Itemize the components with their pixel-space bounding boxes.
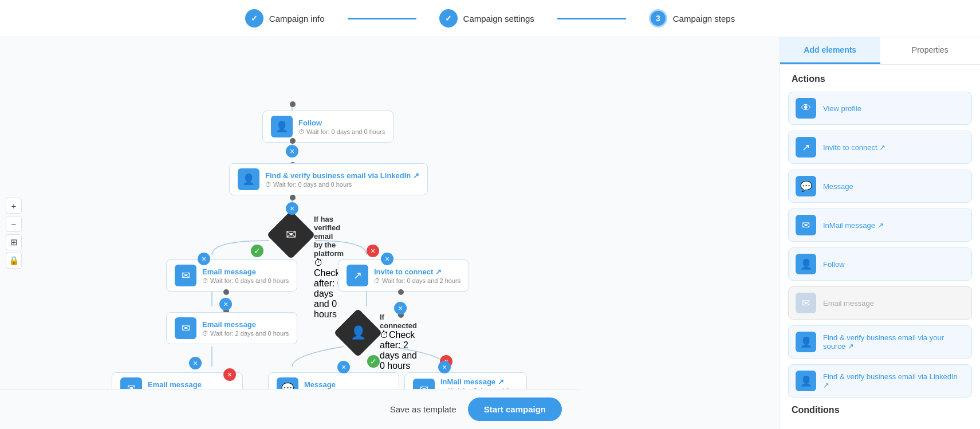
- step-campaign-info[interactable]: ✓ Campaign info: [222, 9, 348, 27]
- zoom-fit-button[interactable]: ⊞: [6, 234, 22, 250]
- panel-tabs: Add elements Properties: [780, 37, 980, 65]
- branch-no-dot[interactable]: ×: [367, 245, 379, 257]
- step-campaign-settings[interactable]: ✓ Campaign settings: [416, 9, 557, 27]
- find-verify-linkedin-icon: 👤: [796, 371, 816, 391]
- email-msg-2-text: Email message ⏱Wait for: 2 days and 0 ho…: [202, 320, 289, 337]
- right-panel: Add elements Properties Actions 👁 View p…: [780, 37, 980, 429]
- add-branch-right[interactable]: ×: [438, 361, 451, 373]
- find-verify-text: Find & verify business email via LinkedI…: [265, 171, 419, 188]
- invite-connect-node[interactable]: ↗ Invite to connect ↗ ⏱Wait for: 0 days …: [338, 259, 469, 292]
- step-line-1: [348, 18, 416, 19]
- action-message[interactable]: 💬 Message: [788, 170, 972, 203]
- email-msg-2-icon: ✉: [175, 317, 196, 339]
- connector-dot-1: [290, 138, 296, 144]
- tab-add-elements[interactable]: Add elements: [780, 37, 880, 64]
- invite-connect-icon-panel: ↗: [796, 137, 816, 158]
- action-follow[interactable]: 👤 Follow: [788, 247, 972, 281]
- add-between-1[interactable]: ×: [286, 145, 298, 158]
- zoom-lock-button[interactable]: 🔒: [6, 253, 22, 269]
- add-between-4[interactable]: ×: [394, 302, 407, 314]
- email-message-icon-panel: ✉: [796, 293, 816, 313]
- message-icon-panel: 💬: [796, 176, 816, 196]
- zoom-controls: + − ⊞ 🔒: [6, 198, 22, 269]
- tab-properties[interactable]: Properties: [880, 37, 981, 64]
- action-view-profile[interactable]: 👁 View profile: [788, 92, 972, 125]
- follow-label: Follow: [823, 260, 845, 269]
- action-find-verify-linkedin[interactable]: 👤 Find & verify business email via Linke…: [788, 364, 972, 397]
- if-verified-diamond[interactable]: ✉: [267, 211, 316, 259]
- save-template-button[interactable]: Save as template: [390, 404, 456, 414]
- view-profile-icon: 👁: [796, 98, 816, 119]
- action-inmail[interactable]: ✉ InMail message ↗: [788, 208, 972, 242]
- add-left-1[interactable]: ×: [198, 253, 210, 265]
- follow-node-text: Follow ⏱Wait for: 0 days and 0 hours: [298, 119, 385, 135]
- connector-dot-3: [290, 195, 296, 200]
- flow-container: 👤 Follow ⏱Wait for: 0 days and 0 hours ×…: [11, 49, 527, 429]
- inmail-label: InMail message ↗: [823, 221, 884, 230]
- step-line-2: [557, 18, 626, 19]
- step-label-2: Campaign settings: [463, 14, 534, 23]
- add-between-2[interactable]: ×: [286, 202, 298, 215]
- find-verify-icon: 👤: [238, 168, 259, 190]
- if-connected-yes[interactable]: ✓: [367, 355, 380, 368]
- find-verify-linkedin-label: Find & verify business email via LinkedI…: [823, 372, 965, 389]
- action-invite-connect[interactable]: ↗ Invite to connect ↗: [788, 131, 972, 164]
- invite-connect-text: Invite to connect ↗ ⏱Wait for: 0 days an…: [374, 267, 461, 284]
- zoom-out-button[interactable]: −: [6, 216, 22, 232]
- email-msg-1-icon: ✉: [175, 265, 196, 286]
- bottom-bar: Save as template Start campaign: [0, 389, 579, 429]
- invite-connect-label: Invite to connect ↗: [823, 143, 885, 152]
- main-area: + − ⊞ 🔒: [0, 37, 980, 429]
- step-label-3: Campaign steps: [673, 14, 735, 23]
- email-msg-1-node[interactable]: ✉ Email message ⏱Wait for: 0 days and 0 …: [166, 259, 297, 292]
- add-branch-center[interactable]: ×: [337, 361, 350, 373]
- start-campaign-button[interactable]: Start campaign: [468, 397, 562, 421]
- find-verify-source-icon: 👤: [796, 332, 816, 352]
- message-label-panel: Message: [823, 182, 853, 191]
- branch-yes-dot[interactable]: ✓: [251, 245, 263, 257]
- stepper: ✓ Campaign info ✓ Campaign settings 3 Ca…: [0, 0, 980, 37]
- connector-dot-7: [398, 289, 404, 295]
- step-icon-3: 3: [649, 9, 667, 27]
- step-icon-1: ✓: [245, 9, 263, 27]
- inmail-icon-panel: ✉: [796, 215, 816, 235]
- add-between-3[interactable]: ×: [219, 298, 232, 310]
- follow-node-icon: 👤: [271, 116, 293, 137]
- add-below-email2[interactable]: ×: [189, 357, 202, 369]
- email-message-label: Email message: [823, 299, 874, 308]
- action-email-message[interactable]: ✉ Email message: [788, 286, 972, 320]
- find-verify-node[interactable]: 👤 Find & verify business email via Linke…: [229, 163, 428, 195]
- invite-connect-icon: ↗: [347, 265, 368, 286]
- view-profile-label: View profile: [823, 104, 861, 113]
- email-msg-2-node[interactable]: ✉ Email message ⏱Wait for: 2 days and 0 …: [166, 312, 297, 344]
- step-icon-2: ✓: [439, 9, 458, 27]
- step-campaign-steps[interactable]: 3 Campaign steps: [626, 9, 758, 27]
- actions-title: Actions: [780, 65, 980, 89]
- find-verify-source-label: Find & verify business email via your so…: [823, 333, 965, 351]
- top-connector-dot: [290, 101, 296, 107]
- action-find-verify-source[interactable]: 👤 Find & verify business email via your …: [788, 325, 972, 359]
- follow-icon-panel: 👤: [796, 254, 816, 274]
- canvas[interactable]: + − ⊞ 🔒: [0, 37, 780, 429]
- add-right-1[interactable]: ×: [381, 253, 393, 265]
- email-msg-1-text: Email message ⏱Wait for: 0 days and 0 ho…: [202, 267, 289, 284]
- follow-node[interactable]: 👤 Follow ⏱Wait for: 0 days and 0 hours: [262, 111, 393, 143]
- if-connected-label: If connected ⏱Check after: 2 days and 0 …: [380, 313, 417, 371]
- step-label-1: Campaign info: [269, 14, 325, 23]
- remove-email3[interactable]: ×: [223, 368, 236, 381]
- conditions-title: Conditions: [780, 400, 980, 420]
- connector-dot-5: [223, 289, 229, 295]
- zoom-in-button[interactable]: +: [6, 198, 22, 214]
